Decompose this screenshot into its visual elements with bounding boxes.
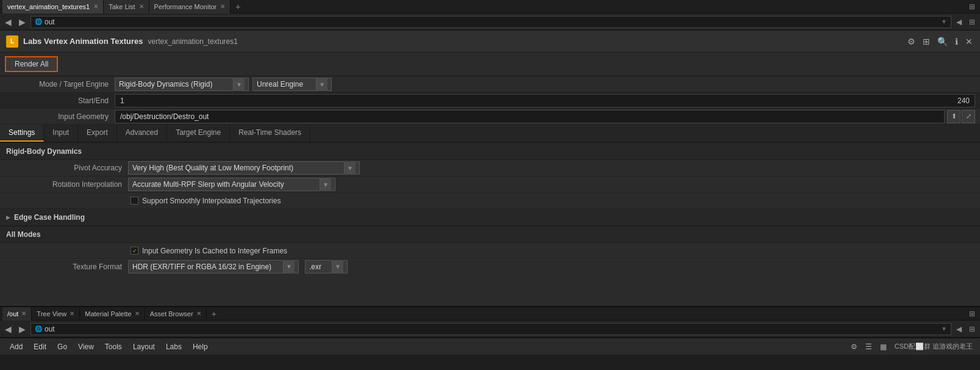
geometry-actions: ⬆ ⤢ (947, 110, 975, 123)
start-value: 1 (120, 96, 124, 105)
geometry-cached-checkbox[interactable]: ✓ (131, 247, 138, 255)
mode-target-engine-row: Mode / Target Engine Rigid-Body Dynamics… (0, 76, 980, 93)
rotation-interpolation-dropdown[interactable]: Accurate Multi-RPF Slerp with Angular Ve… (128, 178, 335, 191)
bottom-tab-label: Material Palette (85, 310, 131, 317)
bottom-forward-button[interactable]: ▶ (16, 323, 28, 335)
close-icon[interactable]: ✕ (964, 35, 974, 48)
bottom-tab-asset-browser[interactable]: Asset Browser ✕ (145, 307, 207, 321)
engine-dropdown[interactable]: Unreal Engine ▼ (252, 78, 332, 91)
texture-format-control: HDR (EXR/TIFF or RGBA 16/32 in Engine) ▼… (128, 260, 975, 274)
tab-advanced[interactable]: Advanced (117, 125, 167, 142)
close-icon[interactable]: ✕ (139, 3, 144, 10)
address-input[interactable]: 🌐 out ▼ (30, 16, 951, 28)
tab-label: vertex_animation_textures1 (7, 3, 90, 10)
menu-add[interactable]: Add (5, 341, 27, 353)
panel-logo: L (6, 35, 18, 48)
tab-vertex-animation[interactable]: vertex_animation_textures1 ✕ (2, 0, 104, 13)
menubar-right-icons: ⚙ ☰ ▦ CSD配⬜群 追游戏的老王 (848, 341, 975, 353)
bottom-tab-out[interactable]: /out ✕ (2, 307, 32, 321)
bottom-float-button[interactable]: ⊞ (967, 324, 978, 335)
input-geometry-field[interactable]: /obj/Destruction/Destro_out (115, 110, 945, 123)
taskbar-icon-1[interactable]: ⚙ (848, 341, 860, 353)
support-smooth-control: Support Smoothly Interpolated Trajectori… (128, 197, 975, 205)
dropdown-arrow-icon[interactable]: ▼ (941, 18, 947, 25)
menu-tools[interactable]: Tools (100, 341, 127, 353)
search-icon[interactable]: 🔍 (936, 35, 949, 48)
layout-icon[interactable]: ⊞ (921, 35, 931, 48)
bottom-back-button[interactable]: ◀ (2, 323, 14, 335)
forward-button[interactable]: ▶ (16, 16, 28, 28)
bottom-tabs-bar: /out ✕ Tree View ✕ Material Palette ✕ As… (0, 307, 980, 321)
rotation-interpolation-field: Rotation Interpolation Accurate Multi-RP… (0, 176, 980, 193)
all-modes-header: All Modes (0, 226, 980, 243)
tab-settings[interactable]: Settings (0, 125, 44, 142)
tab-target-engine[interactable]: Target Engine (167, 125, 230, 142)
bottom-tab-material-palette[interactable]: Material Palette ✕ (80, 307, 145, 321)
render-all-button[interactable]: Render All (5, 56, 58, 72)
texture-format-arrow-icon: ▼ (283, 260, 295, 274)
mode-dropdown[interactable]: Rigid-Body Dynamics (Rigid) ▼ (115, 78, 249, 91)
taskbar-icon-2[interactable]: ☰ (863, 341, 875, 353)
start-end-slider[interactable]: 1 240 (115, 94, 975, 107)
bottom-tab-tree-view[interactable]: Tree View ✕ (32, 307, 80, 321)
all-modes-title: All Modes (6, 230, 41, 239)
edge-case-section-header[interactable]: ▶ Edge Case Handling (0, 209, 980, 226)
close-icon[interactable]: ✕ (196, 310, 201, 317)
support-smooth-checkbox-row: Support Smoothly Interpolated Trajectori… (128, 197, 281, 205)
bottom-maximize-button[interactable]: ⊞ (967, 308, 978, 319)
input-geometry-row: Input Geometry /obj/Destruction/Destro_o… (0, 109, 980, 125)
geometry-expand-button[interactable]: ⤢ (962, 110, 975, 123)
bottom-network-icon: 🌐 (35, 325, 42, 332)
menu-labs[interactable]: Labs (161, 341, 187, 353)
menu-layout[interactable]: Layout (128, 341, 160, 353)
texture-format-ext-dropdown[interactable]: .exr ▼ (305, 260, 348, 274)
back-button[interactable]: ◀ (2, 16, 14, 28)
geometry-cached-control: ✓ Input Geometry Is Cached to Integer Fr… (128, 247, 975, 255)
texture-format-ext-value: .exr (309, 263, 329, 271)
bottom-dropdown-icon[interactable]: ▼ (941, 325, 947, 332)
taskbar-icon-3[interactable]: ▦ (878, 341, 890, 353)
support-smooth-checkbox[interactable] (131, 197, 138, 205)
info-icon[interactable]: ℹ (954, 35, 959, 48)
menu-view[interactable]: View (73, 341, 99, 353)
add-tab-button[interactable]: + (231, 2, 245, 12)
menu-edit[interactable]: Edit (29, 341, 51, 353)
pivot-accuracy-dropdown[interactable]: Very High (Best Quality at Low Memory Fo… (128, 161, 360, 175)
close-icon[interactable]: ✕ (220, 3, 225, 10)
bottom-add-tab-button[interactable]: + (207, 309, 221, 319)
tab-input[interactable]: Input (44, 125, 78, 142)
rigid-body-section-title: Rigid-Body Dynamics (6, 147, 82, 156)
support-smooth-text: Support Smoothly Interpolated Trajectori… (142, 197, 281, 205)
bottom-address-row: ◀ ▶ 🌐 out ▼ ◀ ⊞ (0, 321, 980, 338)
float-panel-button[interactable]: ⊞ (967, 16, 978, 27)
close-icon[interactable]: ✕ (70, 310, 74, 317)
settings-icon[interactable]: ⚙ (906, 35, 917, 48)
engine-dropdown-arrow-icon: ▼ (316, 78, 327, 91)
window-maximize-button[interactable]: ⊞ (967, 1, 978, 12)
collapse-panel-button[interactable]: ◀ (954, 16, 964, 27)
browser-tabs-bar: vertex_animation_textures1 ✕ Take List ✕… (0, 0, 980, 13)
input-geometry-label: Input Geometry (5, 112, 115, 121)
panel-header-actions: ⚙ ⊞ 🔍 ℹ ✕ (906, 35, 974, 48)
tab-take-list[interactable]: Take List ✕ (104, 0, 149, 13)
geometry-pick-button[interactable]: ⬆ (947, 110, 960, 123)
start-end-row: Start/End 1 240 (0, 93, 980, 109)
close-icon[interactable]: ✕ (93, 3, 98, 10)
rotation-interpolation-label: Rotation Interpolation (12, 180, 128, 189)
close-icon[interactable]: ✕ (21, 310, 26, 317)
bottom-address-input[interactable]: 🌐 out ▼ (30, 323, 951, 335)
texture-format-dropdown[interactable]: HDR (EXR/TIFF or RGBA 16/32 in Engine) ▼ (128, 260, 299, 274)
mode-dropdown-text: Rigid-Body Dynamics (Rigid) (119, 80, 231, 89)
panel-header: L Labs Vertex Animation Textures vertex_… (0, 31, 980, 53)
tab-realtime-shaders[interactable]: Real-Time Shaders (230, 125, 310, 142)
menu-go[interactable]: Go (52, 341, 72, 353)
tab-export[interactable]: Export (78, 125, 117, 142)
bottom-collapse-button[interactable]: ◀ (954, 324, 964, 335)
edge-case-expand-icon: ▶ (6, 214, 10, 220)
engine-dropdown-text: Unreal Engine (257, 80, 313, 89)
close-icon[interactable]: ✕ (135, 310, 140, 317)
tab-performance-monitor[interactable]: Performance Monitor ✕ (149, 0, 231, 13)
menu-help[interactable]: Help (188, 341, 213, 353)
pivot-accuracy-label: Pivot Accuracy (12, 164, 128, 172)
bottom-address-text: out (45, 325, 55, 333)
